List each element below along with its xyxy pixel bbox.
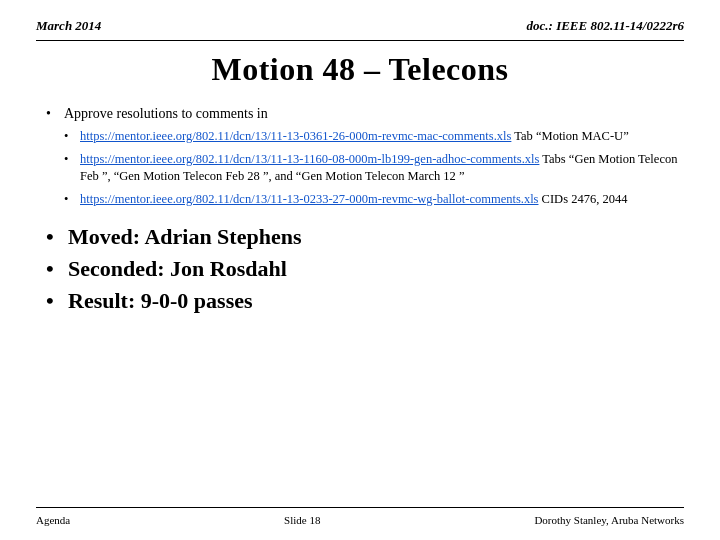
approve-section: • Approve resolutions to comments in • h… [46, 106, 684, 208]
moved-bullet-1: • Moved: Adrian Stephens [46, 224, 684, 250]
sub-bullet-3: • https://mentor.ieee.org/802.11/dcn/13/… [64, 191, 684, 209]
footer: Agenda Slide 18 Dorothy Stanley, Aruba N… [36, 514, 684, 526]
main-bullet: • Approve resolutions to comments in [46, 106, 684, 122]
moved-section: • Moved: Adrian Stephens • Seconded: Jon… [46, 224, 684, 314]
suffix-3: CIDs 2476, 2044 [538, 192, 627, 206]
footer-center: Slide 18 [284, 514, 320, 526]
link-3[interactable]: https://mentor.ieee.org/802.11/dcn/13/11… [80, 192, 538, 206]
sub-bullets-list: • https://mentor.ieee.org/802.11/dcn/13/… [64, 128, 684, 208]
sub-dot-1: • [64, 128, 80, 146]
suffix-1: Tab “Motion MAC-U” [511, 129, 628, 143]
sub-bullet-2: • https://mentor.ieee.org/802.11/dcn/13/… [64, 151, 684, 186]
main-bullet-dot: • [46, 106, 64, 122]
main-bullet-text: Approve resolutions to comments in [64, 106, 268, 122]
link-1[interactable]: https://mentor.ieee.org/802.11/dcn/13/11… [80, 129, 511, 143]
moved-text-3: Result: 9-0-0 passes [68, 288, 253, 314]
moved-dot-3: • [46, 288, 68, 314]
top-divider [36, 40, 684, 41]
sub-dot-3: • [64, 191, 80, 209]
sub-text-3: https://mentor.ieee.org/802.11/dcn/13/11… [80, 191, 684, 209]
sub-text-1: https://mentor.ieee.org/802.11/dcn/13/11… [80, 128, 684, 146]
content-area: • Approve resolutions to comments in • h… [36, 106, 684, 507]
bottom-divider [36, 507, 684, 508]
slide-title: Motion 48 – Telecons [36, 51, 684, 88]
moved-dot-1: • [46, 224, 68, 250]
footer-right: Dorothy Stanley, Aruba Networks [534, 514, 684, 526]
moved-text-1: Moved: Adrian Stephens [68, 224, 301, 250]
moved-bullet-2: • Seconded: Jon Rosdahl [46, 256, 684, 282]
sub-text-2: https://mentor.ieee.org/802.11/dcn/13/11… [80, 151, 684, 186]
link-2[interactable]: https://mentor.ieee.org/802.11/dcn/13/11… [80, 152, 539, 166]
footer-left: Agenda [36, 514, 70, 526]
header-doc: doc.: IEEE 802.11-14/0222r6 [527, 18, 684, 34]
header: March 2014 doc.: IEEE 802.11-14/0222r6 [36, 18, 684, 34]
moved-bullet-3: • Result: 9-0-0 passes [46, 288, 684, 314]
header-date: March 2014 [36, 18, 101, 34]
slide: March 2014 doc.: IEEE 802.11-14/0222r6 M… [0, 0, 720, 540]
sub-dot-2: • [64, 151, 80, 169]
sub-bullet-1: • https://mentor.ieee.org/802.11/dcn/13/… [64, 128, 684, 146]
moved-text-2: Seconded: Jon Rosdahl [68, 256, 287, 282]
moved-dot-2: • [46, 256, 68, 282]
